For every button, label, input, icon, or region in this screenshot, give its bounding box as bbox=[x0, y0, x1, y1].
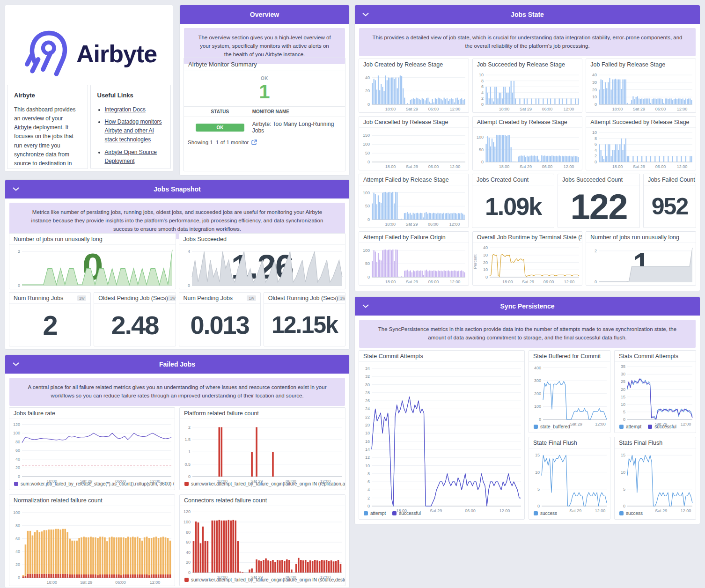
status-badge[interactable]: OK bbox=[196, 124, 244, 132]
svg-text:20: 20 bbox=[15, 465, 20, 470]
attempt-created-chart[interactable]: 05010018:00Sat 2906:0012:00 bbox=[473, 128, 582, 170]
stats-final-flush-chart[interactable]: 051015Sat 2912:00 bbox=[615, 448, 696, 509]
svg-text:Sat 29: Sat 29 bbox=[250, 479, 263, 484]
svg-text:12:00: 12:00 bbox=[150, 580, 161, 585]
widget-connectors-failure-count[interactable]: Connectors related failure count 0204060… bbox=[179, 494, 345, 586]
widget-attempt-failed-by-release-stage[interactable]: Attempt Failed by Release Stage 05010018… bbox=[359, 174, 469, 228]
airbyte-logo: Airbyte bbox=[23, 28, 157, 80]
stats-commit-attempts-chart[interactable]: 05101520253035Sat 2912:00 bbox=[615, 362, 696, 422]
widget-num-running-jobs[interactable]: Num Running Jobs1w 2 bbox=[9, 292, 91, 346]
chevron-down-icon[interactable] bbox=[13, 187, 19, 191]
widget-stats-commit-attempts[interactable]: Stats Commit Attempts 05101520253035Sat … bbox=[614, 350, 696, 433]
svg-text:1.5: 1.5 bbox=[184, 437, 191, 442]
widget-platform-failure-count[interactable]: Platform related failure count 00.511.52… bbox=[179, 407, 345, 490]
normalization-failure-chart[interactable]: 02040608010018:00Sat 2906:0012:00 bbox=[9, 506, 175, 586]
chevron-down-icon[interactable] bbox=[362, 304, 369, 308]
svg-text:0: 0 bbox=[188, 474, 191, 479]
timeframe-badge: 1w bbox=[77, 295, 87, 301]
widget-attempt-succeeded-by-release-stage[interactable]: Attempt Succeeded by Release Stage 02468… bbox=[586, 116, 696, 170]
jobs-snapshot-header: Jobs Snapshot bbox=[5, 180, 349, 198]
widget-state-final-flush[interactable]: State Final Flush 051015Sat 2912:00 succ… bbox=[529, 437, 610, 520]
state-commit-attempts-chart[interactable]: 024681012141618202224262830323418:00Sat … bbox=[359, 362, 524, 509]
svg-text:2: 2 bbox=[595, 249, 597, 253]
widget-jobs-succeeded-snapshot[interactable]: Jobs Succeeded 1.26 04 bbox=[179, 233, 346, 289]
state-buffered-chart[interactable]: 0100200300400Sat 2912:00 bbox=[529, 362, 610, 422]
num-running-jobs-value: 2 bbox=[9, 304, 90, 346]
svg-text:18: 18 bbox=[365, 431, 370, 435]
svg-text:10: 10 bbox=[592, 95, 597, 99]
svg-text:12:00: 12:00 bbox=[450, 279, 461, 284]
widget-job-succeeded-by-release-stage[interactable]: Job Succeeded by Release Stage 024681018… bbox=[472, 59, 583, 113]
monitor-summary-widget[interactable]: Airbyte Monitor Summary OK 1 STATUS MONI… bbox=[184, 58, 345, 171]
link-datadog-monitors[interactable]: How Datadog monitors Airbyte and other A… bbox=[105, 118, 162, 143]
attempt-succeeded-chart[interactable]: 024681018:00Sat 2906:0012:00 bbox=[586, 128, 696, 170]
state-final-flush-chart[interactable]: 051015Sat 2912:00 bbox=[529, 448, 610, 509]
widget-stats-final-flush[interactable]: Stats Final Flush 051015Sat 2912:00 succ… bbox=[614, 437, 696, 520]
external-link-icon[interactable] bbox=[251, 140, 257, 145]
widget-oldest-running-job[interactable]: Oldest Running Job (Secs)1w 12.15k bbox=[264, 292, 345, 346]
widget-jobs-unusually-long-state[interactable]: Number of jobs run unusually long 1 02 bbox=[586, 231, 696, 286]
svg-text:Percent: Percent bbox=[473, 254, 477, 269]
widget-state-buffered-for-commit[interactable]: State Buffered for Commit 0100200300400S… bbox=[529, 350, 610, 433]
job-runtime-chart[interactable]: 01020304018:00Sat 2906:0012:00Percent bbox=[473, 243, 582, 285]
widget-oldest-pending-job[interactable]: Oldest Pending Job (Secs)1w 2.48 bbox=[94, 292, 176, 346]
widget-num-pending-jobs[interactable]: Num Pending Jobs1w 0.013 bbox=[179, 292, 261, 346]
failed-jobs-section: Failed Jobs A central place for all fail… bbox=[5, 354, 350, 588]
widget-jobs-created-count[interactable]: Jobs Created Count 1.09k bbox=[472, 174, 554, 228]
widget-job-failed-by-release-stage[interactable]: Job Failed by Release Stage 01020304018:… bbox=[586, 59, 696, 113]
job-cancelled-chart[interactable]: 05010015018:00Sat 2906:0012:00 bbox=[359, 128, 469, 170]
svg-text:Sat 29: Sat 29 bbox=[633, 164, 645, 169]
jobs-unusually-long-snapshot-chart[interactable]: 0 02 bbox=[9, 245, 176, 289]
link-integration-docs[interactable]: Integration Docs bbox=[105, 106, 146, 113]
overview-section: Overview The overview section gives you … bbox=[179, 5, 350, 176]
monitor-name[interactable]: Airbyte: Too Many Long-Running Jobs bbox=[252, 121, 341, 134]
widget-jobs-succeeded-count[interactable]: Jobs Succeeded Count 122 bbox=[558, 174, 640, 228]
jobs-failure-rate-chart[interactable]: 02040608010012018:00Sat 2906:0012:00 bbox=[9, 419, 175, 479]
widget-attempt-failed-by-failure-origin[interactable]: Attempt Failed by Failure Origin 0501001… bbox=[359, 231, 469, 286]
svg-text:1: 1 bbox=[188, 449, 191, 454]
link-open-source-deployment[interactable]: Airbyte Open Source Deployment bbox=[105, 149, 157, 164]
widget-jobs-failed-count[interactable]: Jobs Failed Count 952 bbox=[643, 174, 696, 228]
widget-state-commit-attempts[interactable]: State Commit Attempts 024681012141618202… bbox=[359, 350, 525, 520]
svg-text:18:00: 18:00 bbox=[502, 279, 513, 284]
airbyte-wordmark: Airbyte bbox=[76, 40, 157, 68]
widget-normalization-failure-count[interactable]: Normalization related failure count 0204… bbox=[9, 494, 175, 586]
svg-text:0: 0 bbox=[367, 160, 370, 164]
svg-text:0: 0 bbox=[595, 279, 597, 284]
widget-jobs-unusually-long-snapshot[interactable]: Number of jobs run unusually long 0 02 bbox=[9, 233, 176, 289]
widget-jobs-failure-rate[interactable]: Jobs failure rate 02040608010012018:00Sa… bbox=[9, 407, 175, 490]
widget-title: Jobs Succeeded Count bbox=[558, 174, 639, 185]
connectors-failure-chart[interactable]: 02040608010012018:00Sat 2906:0012:00 bbox=[180, 506, 345, 575]
airbyte-branding-card: Airbyte Airbyte This dashboard provides … bbox=[5, 5, 173, 172]
widget-job-created-by-release-stage[interactable]: Job Created by Release Stage 0204018:00S… bbox=[359, 59, 469, 113]
svg-text:0: 0 bbox=[595, 102, 597, 107]
svg-text:0: 0 bbox=[481, 160, 484, 164]
jobs-unusually-long-chart[interactable]: 1 02 bbox=[586, 243, 696, 285]
svg-text:18:00: 18:00 bbox=[385, 164, 396, 169]
job-succeeded-chart[interactable]: 024681018:00Sat 2906:0012:00 bbox=[473, 70, 582, 112]
chevron-down-icon[interactable] bbox=[13, 362, 19, 366]
widget-attempt-created-by-release-stage[interactable]: Attempt Created by Release Stage 0501001… bbox=[472, 116, 583, 170]
svg-text:18:00: 18:00 bbox=[499, 164, 509, 169]
svg-text:Sat 29: Sat 29 bbox=[80, 479, 92, 484]
svg-text:18:00: 18:00 bbox=[612, 164, 623, 169]
svg-text:16: 16 bbox=[365, 439, 370, 444]
attempt-failed-origin-chart[interactable]: 05010018:00Sat 2906:0012:00 bbox=[359, 243, 469, 285]
widget-title: Job Created by Release Stage bbox=[359, 59, 469, 70]
widget-job-cancelled-by-release-stage[interactable]: Job Cancelled by Release Stage 050100150… bbox=[359, 116, 469, 170]
widget-overall-job-runtime[interactable]: Overall Job Runtime by Terminal State (S… bbox=[472, 231, 583, 286]
jobs-state-header: Jobs State bbox=[355, 5, 700, 24]
monitor-row[interactable]: OK Airbyte: Too Many Long-Running Jobs bbox=[184, 117, 345, 138]
jobs-succeeded-snapshot-chart[interactable]: 1.26 04 bbox=[179, 245, 345, 289]
about-title: Airbyte bbox=[14, 91, 81, 101]
job-created-chart[interactable]: 0204018:00Sat 2906:0012:00 bbox=[359, 70, 469, 112]
attempt-failed-chart[interactable]: 05010018:00Sat 2906:0012:00 bbox=[359, 185, 468, 228]
svg-text:12:00: 12:00 bbox=[564, 279, 574, 284]
job-failed-chart[interactable]: 01020304018:00Sat 2906:0012:00 bbox=[586, 70, 696, 112]
svg-text:26: 26 bbox=[365, 398, 370, 403]
chevron-down-icon[interactable] bbox=[362, 13, 369, 16]
airbyte-link[interactable]: Airbyte bbox=[14, 124, 31, 131]
widget-title: Job Failed by Release Stage bbox=[586, 59, 696, 70]
svg-text:4: 4 bbox=[187, 249, 190, 254]
platform-failure-chart[interactable]: 00.511.5218:00Sat 2906:0012:00 bbox=[180, 419, 345, 479]
